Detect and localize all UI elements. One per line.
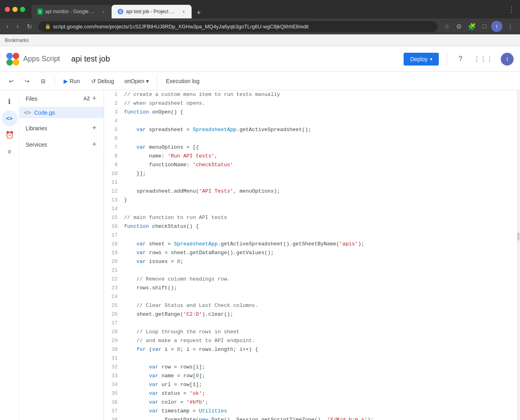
function-selector[interactable]: onOpen ▾: [121, 76, 152, 86]
back-button[interactable]: ‹: [5, 21, 10, 32]
browser-menu-button[interactable]: ⋮: [508, 5, 515, 14]
lock-icon: 🔒: [45, 24, 51, 29]
sidebar-item-executions[interactable]: ≡: [2, 144, 18, 160]
sidebar-item-triggers[interactable]: ⏰: [2, 127, 18, 143]
add-library-button[interactable]: +: [91, 123, 97, 133]
app-body: ↩ ↪ ⊟ ▶ Run ↺ Debug onOpen ▾ Execution l…: [0, 72, 520, 420]
line-content[interactable]: }];: [124, 169, 517, 178]
line-content[interactable]: functionName: 'checkStatus': [124, 161, 517, 169]
maximize-window-button[interactable]: [20, 7, 25, 12]
line-number: 36: [104, 398, 124, 407]
browser-more-icon[interactable]: ⋮: [506, 21, 515, 32]
line-content[interactable]: var issues = 0;: [124, 257, 517, 266]
line-content[interactable]: [124, 231, 517, 240]
line-content[interactable]: var status = 'ok';: [124, 389, 517, 398]
line-content[interactable]: var rows = sheet.getDataRange().getValue…: [124, 249, 517, 257]
tab-script[interactable]: S api test job - Project Editor - A… ×: [112, 5, 192, 18]
help-icon[interactable]: ?: [455, 52, 466, 66]
line-content[interactable]: [124, 266, 517, 275]
tab-sheets-close[interactable]: ×: [100, 8, 106, 15]
file-icon: </>: [24, 110, 31, 115]
line-content[interactable]: [124, 117, 517, 125]
code-line: 3function onOpen() {: [104, 108, 517, 117]
run-button[interactable]: ▶ Run: [60, 76, 84, 87]
line-content[interactable]: [124, 354, 517, 363]
line-content[interactable]: // when spreadsheet opens.: [124, 99, 517, 108]
line-content[interactable]: [124, 293, 517, 301]
debug-button[interactable]: ↺ Debug: [87, 76, 118, 87]
line-content[interactable]: }: [124, 196, 517, 205]
file-item-code[interactable]: </> Code.gs: [19, 107, 104, 118]
line-content[interactable]: [124, 178, 517, 187]
sidebar-item-editor[interactable]: <>: [2, 110, 18, 126]
line-content[interactable]: // and make a request to API endpoint.: [124, 336, 517, 345]
line-content[interactable]: sheet.getRange('C2:D').clear();: [124, 310, 517, 319]
profile-icon[interactable]: □: [481, 21, 488, 32]
tab-sheets[interactable]: S api monitor - Google Sheets ×: [32, 5, 112, 18]
new-tab-button[interactable]: +: [193, 7, 204, 18]
line-content[interactable]: [124, 134, 517, 143]
code-line: 26 sheet.getRange('C2:D').clear();: [104, 310, 517, 319]
undo-button[interactable]: ↩: [5, 76, 18, 87]
sort-files-button[interactable]: AZ: [83, 96, 90, 102]
line-content[interactable]: var sheet = SpreadsheetApp.getActiveSpre…: [124, 240, 517, 249]
line-content[interactable]: var timestamp = Utilities: [124, 407, 517, 416]
line-content[interactable]: var row = rows[i];: [124, 363, 517, 372]
deploy-button[interactable]: Deploy ▾: [404, 53, 439, 66]
line-number: 28: [104, 328, 124, 336]
line-number: 4: [104, 117, 124, 125]
line-content[interactable]: var spreadsheet = SpreadsheetApp.getActi…: [124, 125, 517, 134]
app-header: Apps Script api test job Deploy ▾ ? ⋮⋮⋮ …: [0, 46, 520, 72]
forward-button[interactable]: ›: [15, 21, 20, 32]
add-service-button[interactable]: +: [91, 139, 97, 149]
line-content[interactable]: [124, 205, 517, 213]
line-content[interactable]: var color = '#bfb';: [124, 398, 517, 407]
address-field[interactable]: 🔒 script.google.com/home/projects/1cS2JF…: [38, 21, 438, 32]
line-content[interactable]: // Remove column headings row.: [124, 275, 517, 284]
code-line: 32 var row = rows[i];: [104, 363, 517, 372]
close-window-button[interactable]: [5, 7, 10, 12]
extensions-icon[interactable]: 🧩: [466, 21, 478, 32]
line-content[interactable]: spreadsheet.addMenu('API Tests', menuOpt…: [124, 187, 517, 196]
svg-point-3: [13, 53, 19, 59]
minimize-window-button[interactable]: [12, 7, 18, 12]
line-content[interactable]: rows.shift();: [124, 284, 517, 293]
files-section-header: Files AZ +: [19, 90, 104, 107]
sidebar-item-info[interactable]: ℹ: [2, 94, 18, 109]
add-file-button[interactable]: +: [91, 94, 97, 104]
line-content[interactable]: // main function to run API tests: [124, 213, 517, 222]
redo-icon: ↪: [25, 78, 30, 84]
grid-icon[interactable]: ⋮⋮⋮: [470, 52, 496, 66]
line-content[interactable]: for (var i = 0; i < rows.length; i++) {: [124, 345, 517, 354]
reload-button[interactable]: ↻: [25, 21, 34, 32]
code-editor-content[interactable]: 1// create a custom menu item to run tes…: [104, 90, 517, 420]
execution-log-button[interactable]: Execution log: [162, 76, 204, 87]
project-name: api test job: [71, 54, 399, 64]
sheets-favicon: S: [37, 8, 43, 15]
save-button[interactable]: ⊟: [37, 76, 50, 87]
line-content[interactable]: // Loop through the rows in sheet: [124, 328, 517, 336]
bookmark-star-icon[interactable]: ☆: [442, 21, 451, 32]
line-content[interactable]: function checkStatus() {: [124, 222, 517, 231]
redo-button[interactable]: ↪: [21, 76, 34, 87]
line-number: 34: [104, 380, 124, 389]
code-line: 36 var color = '#bfb';: [104, 398, 517, 407]
line-content[interactable]: var name = row[0];: [124, 372, 517, 380]
svg-point-2: [6, 53, 13, 59]
line-content[interactable]: // create a custom menu item to run test…: [124, 90, 517, 99]
line-content[interactable]: [124, 319, 517, 328]
tab-script-close[interactable]: ×: [181, 8, 186, 15]
code-line: 19 var rows = sheet.getDataRange().getVa…: [104, 249, 517, 257]
code-line: 29 // and make a request to API endpoint…: [104, 336, 517, 345]
line-content[interactable]: name: 'Run API tests',: [124, 152, 517, 161]
settings-icon[interactable]: ⚙: [454, 21, 463, 32]
line-content[interactable]: var url = row[1];: [124, 380, 517, 389]
avatar[interactable]: I: [501, 53, 514, 66]
line-content[interactable]: // Clear Status and Last Check columns.: [124, 301, 517, 310]
line-number: 8: [104, 152, 124, 161]
line-content[interactable]: .formatDate(new Date(), Session.getScrip…: [124, 416, 517, 420]
line-content[interactable]: var menuOptions = [{: [124, 143, 517, 152]
line-content[interactable]: function onOpen() {: [124, 108, 517, 117]
scroll-thumb[interactable]: [517, 233, 520, 241]
incognito-avatar[interactable]: I: [491, 21, 502, 32]
